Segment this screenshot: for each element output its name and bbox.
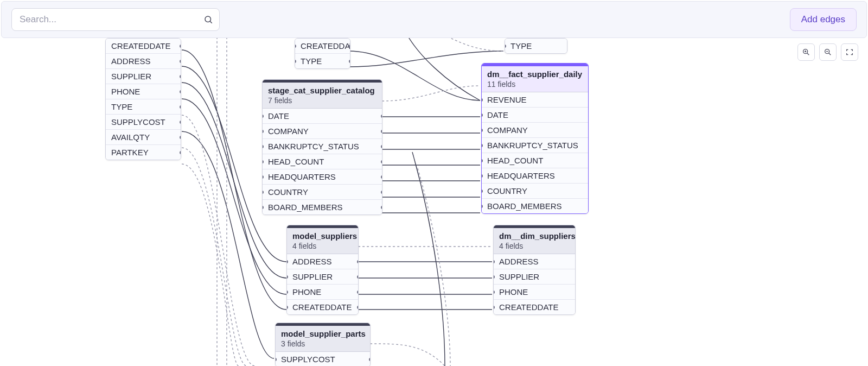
field-row[interactable]: ADDRESS	[287, 254, 358, 269]
fit-screen-button[interactable]	[841, 43, 858, 61]
field-row[interactable]: CREATEDDATE	[494, 300, 575, 314]
search-input[interactable]	[11, 8, 220, 31]
field-row[interactable]: PHONE	[494, 285, 575, 300]
node-rows: ADDRESSSUPPLIERPHONECREATEDDATE	[494, 254, 575, 314]
field-row[interactable]: SUPPLYCOST	[106, 115, 181, 130]
node-fields-count: 4 fields	[494, 242, 575, 254]
field-row[interactable]: TYPE	[106, 99, 181, 115]
node-model-suppliers[interactable]: model_suppliers 4 fields ADDRESSSUPPLIER…	[286, 225, 359, 315]
field-row[interactable]: COMPANY	[263, 124, 382, 139]
node-rows: CREATEDDATEADDRESSSUPPLIERPHONETYPESUPPL…	[106, 39, 181, 160]
field-row[interactable]: CREATEDDATE	[106, 39, 181, 54]
node-fields-count: 7 fields	[263, 96, 382, 109]
node-dm-fact-supplier-daily[interactable]: dm__fact_supplier_daily 11 fields REVENU…	[481, 63, 589, 214]
node-rows: ADDRESSSUPPLIERPHONECREATEDDATE	[287, 254, 358, 314]
node-left-partial[interactable]: CREATEDDATEADDRESSSUPPLIERPHONETYPESUPPL…	[105, 38, 181, 160]
search-icon	[203, 15, 213, 24]
toolbar: Add edges	[1, 1, 867, 38]
field-row[interactable]: HEADQUARTERS	[482, 168, 588, 184]
node-fields-count: 11 fields	[482, 80, 588, 92]
svg-line-1	[210, 21, 212, 23]
field-row[interactable]: SUPPLIER	[287, 269, 358, 285]
node-title: stage_cat_supplier_catalog	[263, 83, 382, 96]
field-row[interactable]: TYPE	[295, 54, 350, 68]
node-rows: CREATEDDATETYPE	[295, 39, 350, 68]
node-rows: SUPPLYCOST	[276, 352, 370, 366]
field-row[interactable]: PARTKEY	[106, 145, 181, 160]
node-dm-dim-suppliers[interactable]: dm__dim_suppliers 4 fields ADDRESSSUPPLI…	[493, 225, 576, 315]
field-row[interactable]: BANKRUPTCY_STATUS	[482, 138, 588, 153]
field-row[interactable]: SUPPLIER	[494, 269, 575, 285]
field-row[interactable]: COUNTRY	[263, 185, 382, 200]
svg-line-7	[829, 53, 831, 55]
field-row[interactable]: BOARD_MEMBERS	[482, 199, 588, 213]
field-row[interactable]: BOARD_MEMBERS	[263, 200, 382, 214]
node-title: model_supplier_parts	[276, 326, 370, 339]
field-row[interactable]: AVAILQTY	[106, 130, 181, 145]
zoom-controls	[797, 43, 858, 61]
field-row[interactable]: SUPPLYCOST	[276, 352, 370, 366]
node-rows: TYPE	[505, 39, 567, 53]
field-row[interactable]: ADDRESS	[106, 54, 181, 69]
field-row[interactable]: HEADQUARTERS	[263, 169, 382, 185]
field-row[interactable]: DATE	[263, 109, 382, 124]
node-title: dm__fact_supplier_daily	[482, 66, 588, 80]
field-row[interactable]: DATE	[482, 108, 588, 123]
add-edges-button[interactable]: Add edges	[790, 8, 857, 31]
svg-point-0	[205, 16, 211, 22]
node-model-supplier-parts[interactable]: model_supplier_parts 3 fields SUPPLYCOST	[275, 323, 371, 366]
node-title: dm__dim_suppliers	[494, 228, 575, 242]
node-fields-count: 3 fields	[276, 339, 370, 352]
node-fields-count: 4 fields	[287, 242, 358, 254]
field-row[interactable]: CREATEDDATE	[287, 300, 358, 314]
svg-line-3	[807, 53, 809, 55]
field-row[interactable]: PHONE	[287, 285, 358, 300]
field-row[interactable]: HEAD_COUNT	[263, 154, 382, 169]
field-row[interactable]: COMPANY	[482, 123, 588, 138]
node-title: model_suppliers	[287, 228, 358, 242]
diagram-canvas[interactable]: CREATEDDATEADDRESSSUPPLIERPHONETYPESUPPL…	[0, 38, 868, 366]
field-row[interactable]: ADDRESS	[494, 254, 575, 269]
node-top-right-partial[interactable]: TYPE	[505, 38, 567, 54]
field-row[interactable]: PHONE	[106, 84, 181, 99]
field-row[interactable]: SUPPLIER	[106, 69, 181, 84]
field-row[interactable]: HEAD_COUNT	[482, 153, 588, 168]
search-wrap	[11, 8, 220, 31]
field-row[interactable]: REVENUE	[482, 92, 588, 108]
node-rows: DATECOMPANYBANKRUPTCY_STATUSHEAD_COUNTHE…	[263, 109, 382, 214]
field-row[interactable]: TYPE	[505, 39, 567, 53]
field-row[interactable]: CREATEDDATE	[295, 39, 350, 54]
field-row[interactable]: BANKRUPTCY_STATUS	[263, 139, 382, 154]
zoom-in-button[interactable]	[797, 43, 815, 61]
node-rows: REVENUEDATECOMPANYBANKRUPTCY_STATUSHEAD_…	[482, 92, 588, 213]
node-top-mid-partial[interactable]: CREATEDDATETYPE	[295, 38, 350, 69]
zoom-out-button[interactable]	[819, 43, 837, 61]
node-stage-cat-supplier-catalog[interactable]: stage_cat_supplier_catalog 7 fields DATE…	[262, 79, 382, 215]
field-row[interactable]: COUNTRY	[482, 184, 588, 199]
